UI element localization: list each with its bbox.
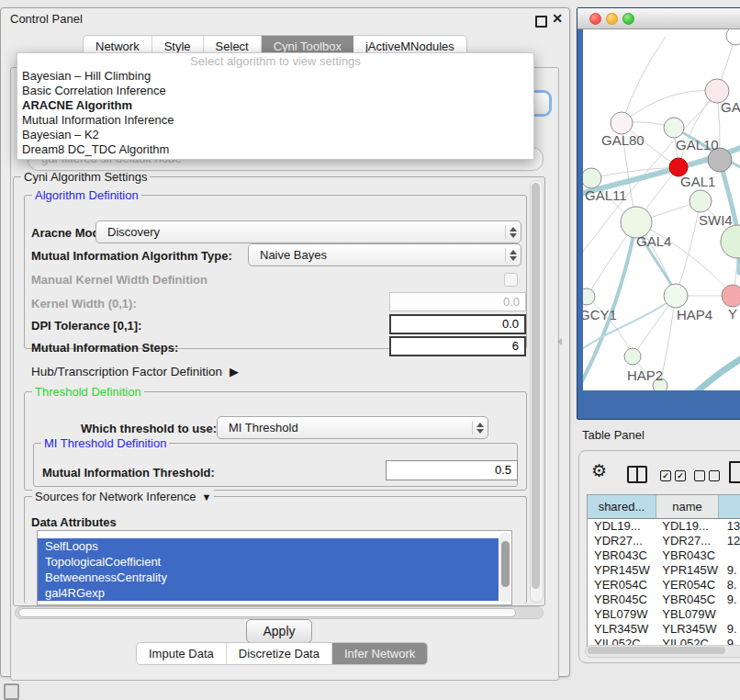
table-row[interactable]: YBR045C YBR045C 9. (588, 593, 740, 607)
network-canvas[interactable]: GALGAL80GAL10GAL1GAL11SWI4GAL4GCY1HAP4YH… (583, 29, 740, 390)
mi-steps-input[interactable]: 6 (389, 336, 526, 356)
network-node-label: HAP4 (677, 307, 712, 322)
float-window-icon[interactable] (535, 16, 547, 28)
data-attribute-item[interactable]: SelfLoops (38, 538, 499, 554)
algorithm-dropdown-item[interactable]: Bayesian – Hill Climbing (17, 69, 533, 84)
cell-name: YBR045C (658, 593, 723, 607)
deselect-all-columns-icon[interactable] (694, 470, 720, 481)
algorithm-definition-title: Algorithm Definition (32, 188, 141, 202)
cyni-bottom-tab[interactable]: Infer Network (332, 643, 427, 664)
network-node[interactable] (722, 285, 740, 307)
unchecked-box-icon (694, 470, 705, 481)
table-row[interactable]: YER054C YER054C 8. (588, 578, 740, 593)
algorithm-dropdown-item-label: Mutual Information Inference (22, 113, 174, 127)
algorithm-dropdown-item[interactable]: Bayesian – K2 (17, 128, 533, 142)
table-row[interactable]: YBR043C YBR043C (588, 548, 740, 563)
cell-name: YLR345W (658, 622, 723, 637)
settings-vertical-scrollbar[interactable] (530, 180, 544, 603)
data-attributes-listbox[interactable]: SelfLoops TopologicalCoefficient Between… (37, 530, 512, 605)
listbox-scrollbar-thumb[interactable] (501, 541, 510, 587)
network-node-label: GCY1 (583, 307, 617, 322)
data-attribute-item[interactable]: gal4RGexp (38, 585, 499, 601)
hub-definition-toggle[interactable]: Hub/Transcription Factor Definition ▶ (31, 365, 239, 378)
control-panel-title: Control Panel (10, 12, 83, 26)
data-attribute-item-label: gal4RGexp (45, 586, 105, 600)
network-node[interactable] (664, 118, 684, 138)
zoom-traffic-light-icon[interactable] (622, 13, 634, 25)
combo-arrows-icon (472, 421, 488, 435)
algorithm-dropdown-item-label: Basic Correlation Inference (22, 84, 166, 97)
chevron-down-icon[interactable]: ▼ (202, 491, 212, 502)
apply-button[interactable]: Apply (246, 619, 312, 643)
which-threshold-combo[interactable]: MI Threshold (217, 416, 488, 439)
table-horizontal-scrollbar-thumb[interactable] (588, 647, 725, 654)
minimize-traffic-light-icon[interactable] (606, 13, 618, 25)
cell-name: YDR27... (658, 534, 723, 548)
network-node[interactable] (611, 112, 633, 134)
panel-splitter-handle[interactable] (557, 338, 562, 345)
cell-shared-name: YPR145W (588, 563, 658, 578)
column-header-name[interactable]: name (656, 495, 719, 518)
network-node-label: GAL4 (636, 233, 671, 249)
data-attribute-item[interactable]: BetweennessCentrality (38, 570, 499, 585)
network-node[interactable] (726, 29, 740, 45)
network-edge[interactable] (691, 349, 740, 390)
node-table-header: shared... name (588, 495, 740, 519)
settings-vertical-scrollbar-thumb[interactable] (532, 183, 540, 589)
network-node[interactable] (664, 284, 688, 308)
network-node-label: GAL80 (601, 132, 645, 148)
network-edge[interactable] (587, 297, 633, 356)
cell-value: 9. (723, 563, 740, 578)
dpi-tolerance-input[interactable]: 0.0 (389, 314, 526, 334)
network-node[interactable] (583, 288, 595, 305)
mi-threshold-input[interactable]: 0.5 (386, 460, 518, 480)
network-edge[interactable] (622, 37, 666, 123)
table-panel-title: Table Panel (582, 428, 645, 442)
cell-name: YDL19... (658, 519, 723, 534)
manual-kernel-width-checkbox[interactable] (504, 273, 518, 287)
select-all-columns-icon[interactable]: ✓ ✓ (660, 470, 686, 481)
column-header-partial[interactable] (719, 495, 740, 518)
settings-horizontal-scrollbar[interactable] (15, 606, 544, 619)
column-header-shared-name[interactable]: shared... (588, 495, 656, 518)
window-grip-icon[interactable] (4, 683, 19, 700)
cell-shared-name: YBR045C (588, 593, 658, 607)
application-root: Control Panel ✕ Network (0, 0, 740, 700)
settings-horizontal-scrollbar-thumb[interactable] (18, 608, 516, 617)
table-panel: ⚙ ✓ ✓ shared... name YDL19... YDL19... (578, 450, 740, 663)
new-table-icon[interactable] (729, 461, 740, 483)
table-horizontal-scrollbar[interactable] (585, 645, 740, 658)
network-edge[interactable] (676, 201, 701, 296)
cell-shared-name: YDR27... (588, 534, 658, 548)
close-traffic-light-icon[interactable] (589, 13, 601, 25)
network-node[interactable] (624, 348, 641, 365)
network-node[interactable] (583, 168, 601, 188)
algorithm-dropdown-item[interactable]: Mutual Information Inference (17, 113, 533, 128)
cell-value: 9. (723, 593, 740, 607)
algorithm-dropdown-item[interactable]: ARACNE Algorithm (17, 98, 533, 113)
algorithm-dropdown-item[interactable]: Basic Correlation Inference (17, 84, 533, 98)
algorithm-dropdown-item-label: ARACNE Algorithm (22, 98, 132, 112)
network-window-titlebar[interactable] (577, 8, 740, 29)
cell-value: 12 (723, 534, 740, 548)
data-attribute-item[interactable]: TopologicalCoefficient (38, 554, 499, 570)
cyni-bottom-tab[interactable]: Discretize Data (227, 643, 332, 664)
listbox-scrollbar[interactable] (499, 532, 510, 603)
network-node[interactable] (690, 190, 712, 212)
aracne-mode-value: Discovery (96, 225, 505, 239)
algorithm-dropdown-item[interactable]: Dream8 DC_TDC Algorithm (17, 142, 533, 157)
table-row[interactable]: YPR145W YPR145W 9. (588, 563, 740, 578)
gear-icon[interactable]: ⚙ (591, 462, 607, 480)
close-icon[interactable]: ✕ (552, 11, 563, 26)
table-row[interactable]: YLR345W YLR345W 9. (588, 622, 740, 637)
mi-algorithm-type-combo[interactable]: Naive Bayes (248, 243, 521, 266)
manual-kernel-width-label: Manual Kernel Width Definition (31, 273, 207, 287)
table-row[interactable]: YDR27... YDR27... 12 (588, 534, 740, 548)
aracne-mode-combo[interactable]: Discovery (95, 220, 521, 243)
table-row[interactable]: YDL19... YDL19... 13 (588, 519, 740, 534)
network-node[interactable] (721, 225, 740, 258)
cyni-bottom-tab[interactable]: Impute Data (137, 643, 227, 664)
show-columns-icon[interactable] (627, 466, 647, 483)
kernel-width-input[interactable]: 0.0 (389, 292, 526, 311)
table-row[interactable]: YBL079W YBL079W (588, 607, 740, 622)
